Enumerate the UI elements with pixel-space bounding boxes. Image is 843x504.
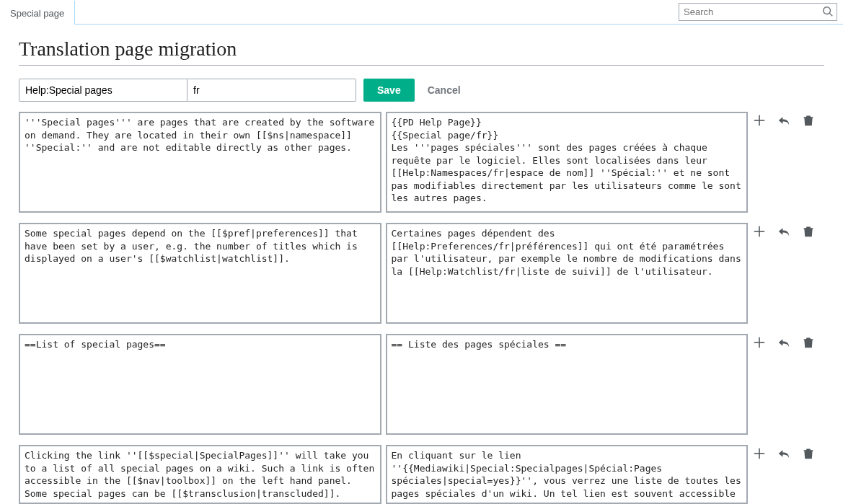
save-button[interactable]: Save [363,79,415,102]
content-area: Translation page migration Save Cancel '… [0,25,843,504]
undo-icon[interactable] [777,446,791,461]
top-bar: Special page [0,0,843,25]
source-text: ==List of special pages== [19,334,381,435]
search-container [679,0,843,21]
controls-row: Save Cancel [19,79,824,102]
tab-special-page[interactable]: Special page [0,1,75,25]
add-icon[interactable] [752,335,767,350]
target-text[interactable]: Certaines pages dépendent des [[Help:Pre… [386,223,749,324]
language-code-input[interactable] [187,79,356,102]
unit-actions [752,223,824,239]
translation-unit: '''Special pages''' are pages that are c… [19,112,824,213]
search-input[interactable] [679,3,837,21]
add-icon[interactable] [752,446,767,461]
add-icon[interactable] [752,224,767,239]
target-text[interactable]: {{PD Help Page}} {{Special page/fr}} Les… [386,112,749,213]
undo-icon[interactable] [777,335,791,350]
source-text: Clicking the link ''[[$special|SpecialPa… [19,445,381,504]
page-name-input[interactable] [19,79,187,102]
undo-icon[interactable] [777,224,791,239]
target-text[interactable]: == Liste des pages spéciales == [386,334,749,435]
add-icon[interactable] [752,113,767,128]
unit-actions [752,334,824,350]
translation-unit: Clicking the link ''[[$special|SpecialPa… [19,445,824,504]
unit-actions [752,445,824,461]
trash-icon[interactable] [801,224,816,239]
trash-icon[interactable] [801,446,816,461]
trash-icon[interactable] [801,113,816,128]
cancel-button[interactable]: Cancel [428,84,461,96]
trash-icon[interactable] [801,335,816,350]
target-text[interactable]: En cliquant sur le lien ''{{Mediawiki|Sp… [386,445,749,504]
source-text: '''Special pages''' are pages that are c… [19,112,381,213]
translation-unit: Some special pages depend on the [[$pref… [19,223,824,324]
undo-icon[interactable] [777,113,791,128]
source-text: Some special pages depend on the [[$pref… [19,223,381,324]
translation-unit: ==List of special pages==== Liste des pa… [19,334,824,435]
unit-actions [752,112,824,128]
page-title: Translation page migration [19,37,824,66]
